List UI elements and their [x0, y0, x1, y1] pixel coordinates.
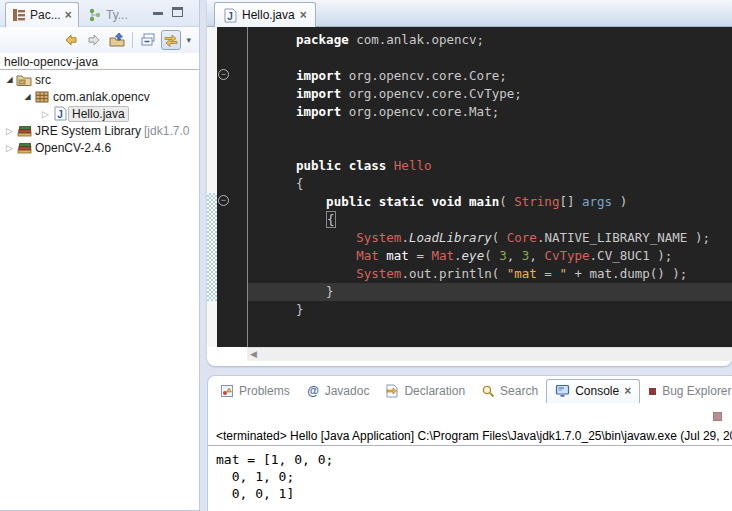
tree-item-decoration: [jdk1.7.0 [144, 124, 189, 138]
bug-explorer-icon [648, 387, 657, 396]
editor-tab-label: Hello.java [242, 8, 295, 22]
code-line: { [296, 175, 710, 193]
tab-label: Bug Explorer [662, 384, 731, 398]
console-icon [555, 384, 570, 398]
code-line: package com.anlak.opencv; [296, 31, 710, 49]
tree-item-jre-system-library[interactable]: ▷JRE System Library [jdk1.7.0 [0, 122, 199, 139]
close-icon[interactable]: × [300, 10, 307, 20]
editor-tabbar: J Hello.java × [207, 0, 732, 27]
library-icon [15, 123, 32, 139]
tab-type-hierarchy-label: Ty... [106, 8, 128, 22]
expand-icon[interactable]: ▷ [40, 109, 51, 119]
close-icon[interactable]: × [65, 10, 72, 20]
package-explorer-header: Pac... × Ty... [0, 0, 199, 27]
tree-item-label: com.anlak.opencv [50, 90, 153, 104]
console-output[interactable]: mat = [1, 0, 0; 0, 1, 0; 0, 0, 1] [216, 451, 333, 502]
javadoc-icon: @ [306, 384, 320, 398]
problems-icon [220, 384, 234, 398]
tree-item-hello-java[interactable]: ▷JHello.java [0, 105, 199, 122]
code-line: public static void main( String[] args ) [296, 193, 710, 211]
horizontal-scrollbar[interactable]: ◀ [247, 347, 732, 361]
terminate-icon[interactable] [713, 412, 722, 421]
editor-tab-hello-java[interactable]: J Hello.java × [214, 2, 316, 27]
package-explorer-toolbar: ▾ [0, 27, 199, 53]
java-file-icon: J [51, 106, 68, 122]
divider [208, 445, 732, 446]
close-icon[interactable]: × [624, 386, 631, 396]
code-line: import org.opencv.core.CvType; [296, 85, 710, 103]
tree-item-com-anlak-opencv[interactable]: ◢com.anlak.opencv [0, 88, 199, 105]
declaration-icon [385, 384, 399, 398]
package-explorer-icon [12, 8, 26, 22]
tree-item-src[interactable]: ◢src [0, 71, 199, 88]
search-icon [481, 384, 495, 398]
tab-label: Console [575, 384, 619, 398]
folding-margin[interactable]: −− [217, 27, 247, 347]
code-line: } [296, 283, 710, 301]
up-icon[interactable] [107, 30, 127, 50]
code-line: { [296, 211, 710, 229]
view-menu-icon[interactable]: ▾ [184, 35, 193, 45]
minimize-icon[interactable] [153, 7, 163, 15]
editor-body[interactable]: −− package com.anlak.opencv; import org.… [207, 27, 732, 347]
package-explorer-panel: Pac... × Ty... ▾ hello-opencv-java ◢src◢… [0, 0, 200, 511]
code-line [296, 49, 710, 67]
code-area[interactable]: package com.anlak.opencv; import org.ope… [247, 27, 732, 347]
package-icon [33, 89, 50, 105]
collapse-icon[interactable]: ◢ [4, 75, 15, 84]
code-line: public class Hello [296, 157, 710, 175]
expand-icon[interactable]: ▷ [4, 126, 15, 136]
project-root-item[interactable]: hello-opencv-java [4, 55, 98, 69]
code-line: import org.opencv.core.Mat; [296, 103, 710, 121]
code-line: import org.opencv.core.Core; [296, 67, 710, 85]
tab-console[interactable]: Console× [546, 379, 640, 403]
collapse-icon[interactable]: ◢ [22, 92, 33, 101]
tab-label: Javadoc [325, 384, 370, 398]
console-panel: Problems@JavadocDeclarationSearchConsole… [207, 375, 732, 511]
tree-item-opencv-2-4-6[interactable]: ▷OpenCV-2.4.6 [0, 139, 199, 156]
tree-item-label: src [32, 73, 54, 87]
collapse-all-icon[interactable] [138, 30, 158, 50]
library-icon [15, 140, 32, 156]
svg-text:J: J [57, 109, 63, 120]
scroll-left-icon[interactable]: ◀ [250, 349, 257, 359]
code-line [296, 139, 710, 157]
tab-declaration[interactable]: Declaration [377, 380, 473, 403]
tree-item-label: JRE System Library [32, 124, 144, 138]
divider [0, 69, 199, 70]
console-tabbar: Problems@JavadocDeclarationSearchConsole… [212, 378, 732, 403]
divider [132, 32, 133, 48]
console-status: <terminated> Hello [Java Application] C:… [216, 429, 732, 443]
link-with-editor-icon[interactable] [161, 30, 181, 50]
code-line: } [296, 301, 710, 319]
fold-collapse-icon[interactable]: − [218, 69, 229, 80]
expand-icon[interactable]: ▷ [4, 143, 15, 153]
svg-text:J: J [227, 11, 233, 22]
code-line: Mat mat = Mat.eye( 3, 3, CvType.CV_8UC1 … [296, 247, 710, 265]
tab-label: Problems [239, 384, 290, 398]
maximize-icon[interactable] [172, 7, 183, 17]
type-hierarchy-icon [88, 8, 102, 22]
tab-type-hierarchy[interactable]: Ty... [82, 2, 134, 27]
tree-item-label: Hello.java [68, 106, 129, 122]
tab-package-explorer[interactable]: Pac... × [5, 2, 79, 27]
svg-text:@: @ [307, 384, 319, 398]
tab-problems[interactable]: Problems [212, 380, 298, 403]
code-line: System.LoadLibrary( Core.NATIVE_LIBRARY_… [296, 229, 710, 247]
code-text[interactable]: package com.anlak.opencv; import org.ope… [296, 31, 710, 319]
annotation-ruler[interactable] [207, 27, 217, 347]
package-folder-icon [15, 72, 32, 88]
code-line: System.out.println( "mat = " + mat.dump(… [296, 265, 710, 283]
forward-icon[interactable] [84, 30, 104, 50]
tab-search[interactable]: Search [473, 380, 546, 403]
tab-label: Search [500, 384, 538, 398]
back-icon[interactable] [61, 30, 81, 50]
editor-panel: J Hello.java × −− package com.anlak.open… [207, 0, 732, 366]
package-explorer-tree: ◢src◢com.anlak.opencv▷JHello.java▷JRE Sy… [0, 71, 199, 156]
tab-javadoc[interactable]: @Javadoc [298, 380, 378, 403]
fold-collapse-icon[interactable]: − [218, 195, 229, 206]
tree-item-label: OpenCV-2.4.6 [32, 141, 114, 155]
tab-package-explorer-label: Pac... [30, 8, 61, 22]
code-line [296, 121, 710, 139]
tab-bug-explorer[interactable]: Bug Explorer [640, 380, 732, 403]
